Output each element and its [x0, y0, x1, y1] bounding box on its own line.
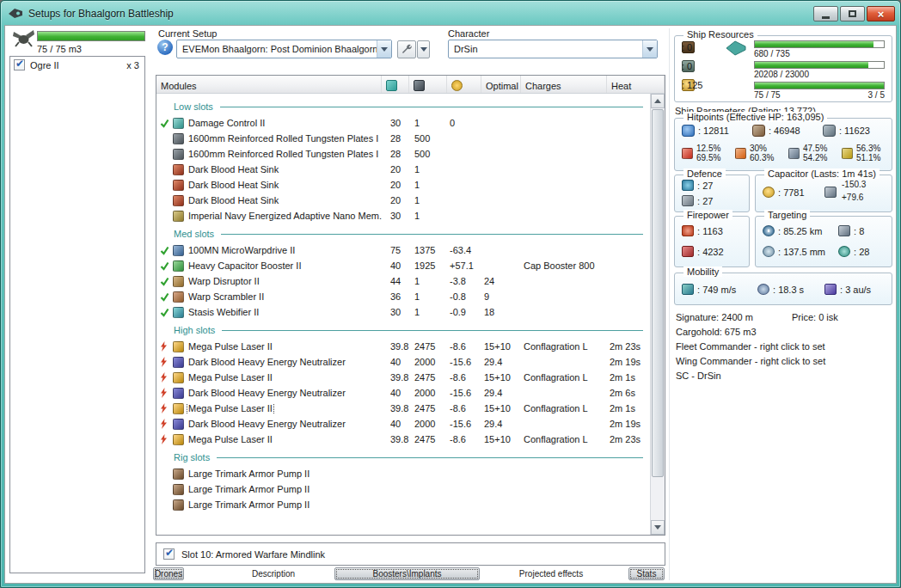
heat-column-header[interactable]: Heat [607, 76, 665, 93]
tab-description[interactable]: Description [213, 567, 334, 580]
module-row[interactable]: Heavy Capacitor Booster II401925+57.1Cap… [156, 258, 650, 273]
tab-boosters-implants[interactable]: Boosters\Implants [334, 567, 480, 580]
module-row[interactable]: Dark Blood Heavy Energy Neutralizer40200… [156, 385, 650, 401]
module-row[interactable]: Damage Control II3010 [156, 115, 650, 131]
titlebar[interactable]: Setups for Bhaalgorn Battleship × [8, 3, 895, 24]
wing-commander-text[interactable]: Wing Commander - right click to set [676, 356, 825, 366]
current-setup-label: Current Setup [158, 28, 217, 39]
chevron-down-icon[interactable] [642, 40, 657, 58]
sensor-value: 28 [854, 247, 869, 257]
scroll-down-button[interactable] [651, 520, 665, 535]
module-row[interactable]: Warp Disruptor II441-3.824 [156, 273, 650, 289]
module-row[interactable]: Mega Pulse Laser II39.82475-8.615+10Conf… [156, 432, 650, 447]
fleet-commander-text[interactable]: Fleet Commander - right click to set [676, 341, 825, 352]
cap-booster-icon [173, 260, 184, 272]
cpu-column-header[interactable] [382, 76, 409, 93]
velocity-value: 749 m/s [697, 285, 736, 295]
tab-drones[interactable]: Drones [153, 567, 184, 580]
active-check-icon [160, 261, 173, 271]
drone-checkbox[interactable] [14, 59, 25, 70]
module-pg: 1 [409, 164, 447, 175]
armor-resist-value: 69.5% [696, 153, 720, 162]
chevron-down-icon[interactable] [417, 40, 430, 58]
optimal-range-icon [763, 225, 775, 236]
app-window: Setups for Bhaalgorn Battleship × 75 / 7… [0, 0, 901, 588]
optimal-column-header[interactable]: Optimal [481, 76, 521, 93]
vertical-scrollbar[interactable] [650, 94, 665, 535]
tab-projected-effects[interactable]: Projected effects [495, 567, 607, 580]
drone-icon [12, 28, 35, 50]
scrollbar-thumb[interactable] [652, 109, 664, 477]
hitpoint-value: : 11623 [839, 126, 870, 136]
slot10-panel[interactable]: Slot 10: Armored Warfare Mindlink [156, 542, 665, 566]
module-row[interactable]: Dark Blood Heavy Energy Neutralizer40200… [156, 416, 650, 432]
module-name: Damage Control II [188, 118, 265, 128]
charges-column-header[interactable]: Charges [521, 76, 607, 93]
resolution-value: 137.5 mm [778, 247, 825, 257]
module-row[interactable]: Warp Scrambler II361-0.89 [156, 289, 650, 304]
stasis-web-icon [173, 307, 184, 318]
modules-column-header[interactable]: Modules [156, 76, 382, 93]
shield-resist-value: 30% [750, 144, 774, 153]
module-row[interactable]: Imperial Navy Energized Adaptive Nano Me… [156, 208, 650, 224]
wrench-icon[interactable] [397, 40, 416, 58]
module-row[interactable]: Mega Pulse Laser II39.82475-8.615+10Conf… [156, 339, 650, 354]
capacitor-column-header[interactable] [447, 76, 481, 93]
slot10-checkbox[interactable] [163, 548, 175, 560]
help-icon[interactable]: ? [157, 40, 173, 55]
module-optimal: 15+10 [481, 341, 521, 352]
thermal-damage-icon [735, 148, 746, 159]
minimize-button[interactable] [813, 6, 838, 21]
module-pg: 1375 [409, 245, 447, 255]
module-row[interactable]: 1600mm Reinforced Rolled Tungsten Plates… [156, 131, 650, 146]
hull-icon [823, 125, 836, 137]
drone-list-item[interactable]: Ogre IIx 3 [10, 57, 144, 73]
module-cap: -8.6 [447, 403, 481, 413]
module-row[interactable]: Dark Blood Heavy Energy Neutralizer40200… [156, 354, 650, 370]
scroll-up-button[interactable] [651, 94, 665, 108]
current-setup-combobox[interactable]: EVEMon Bhaalgorn: Post Dominion Bhaalgor… [176, 40, 392, 58]
heat-sink-icon [173, 180, 184, 191]
character-combobox[interactable]: DrSin [448, 40, 658, 58]
module-row[interactable]: 100MN MicroWarpdrive II751375-63.4 [156, 242, 650, 258]
module-row[interactable]: Mega Pulse Laser II39.82475-8.615+10Conf… [156, 401, 650, 416]
dps-value: 4232 [697, 247, 724, 257]
powergrid-column-header[interactable] [409, 76, 447, 93]
tab-stats[interactable]: Stats [628, 567, 665, 580]
targeting-box: Targeting 85.25 km 8 137.5 mm 28 [755, 216, 892, 267]
maximize-button[interactable] [840, 6, 865, 21]
module-row[interactable]: Mega Pulse Laser II39.82475-8.615+10Conf… [156, 370, 650, 385]
range-value: 85.25 km [778, 226, 822, 236]
module-row[interactable]: Stasis Webifier II301-0.918 [156, 304, 650, 320]
module-cpu: 44 [382, 276, 409, 286]
weapon-active-icon [160, 372, 173, 383]
shield-recharge-icon [682, 180, 694, 191]
module-pg: 2000 [409, 388, 447, 398]
module-name: Dark Blood Heat Sink [188, 180, 279, 190]
module-name: Mega Pulse Laser II [188, 372, 273, 383]
module-row[interactable]: Large Trimark Armor Pump II [156, 481, 650, 497]
module-pg: 2000 [409, 419, 447, 429]
setup-tools-button[interactable] [397, 40, 430, 58]
chevron-down-icon[interactable] [377, 40, 391, 58]
module-row[interactable]: Dark Blood Heat Sink201 [156, 177, 650, 193]
max-targets-value: 8 [854, 226, 864, 236]
module-optimal: 15+10 [481, 434, 521, 444]
module-row[interactable]: Dark Blood Heat Sink201 [156, 162, 650, 177]
close-button[interactable]: × [867, 6, 895, 21]
module-row[interactable]: 1600mm Reinforced Rolled Tungsten Plates… [156, 146, 650, 162]
module-row[interactable]: Large Trimark Armor Pump II [156, 466, 650, 481]
capacitor-value: 7781 [778, 187, 805, 198]
module-row[interactable]: Large Trimark Armor Pump II [156, 497, 650, 512]
module-row[interactable]: Dark Blood Heat Sink201 [156, 193, 650, 208]
squad-commander-text[interactable]: SC - DrSin [676, 371, 721, 381]
active-check-icon [160, 246, 173, 255]
module-cpu: 40 [382, 260, 409, 271]
module-name: Large Trimark Armor Pump II [188, 484, 310, 494]
max-velocity-icon [682, 284, 694, 295]
modules-table-header[interactable]: Modules Optimal Charges Heat [156, 76, 665, 94]
module-optimal: 9 [481, 291, 521, 302]
armor-resist-value: 51.1% [856, 153, 880, 162]
drone-list[interactable]: Ogre IIx 3 [9, 56, 145, 573]
module-cap: -8.6 [447, 434, 481, 444]
